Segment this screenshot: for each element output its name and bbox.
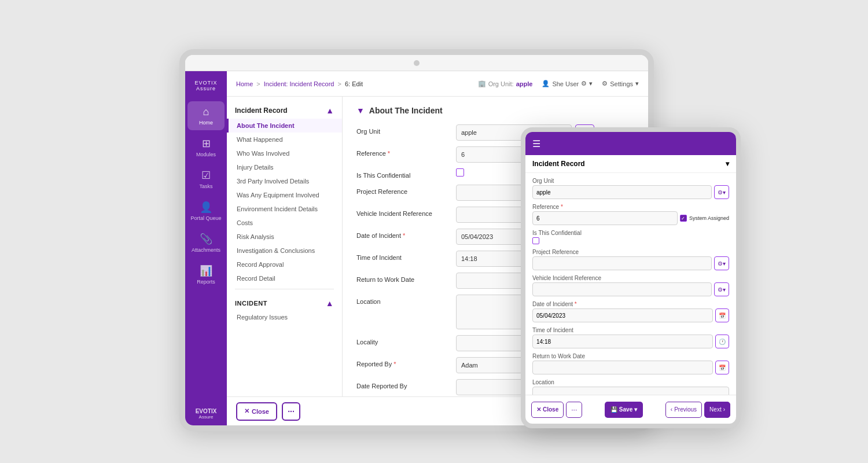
mobile-org-unit-row: Org Unit ⚙▾ bbox=[532, 178, 729, 199]
mobile-confidential-row: Is This Confidential bbox=[532, 230, 729, 244]
close-icon: ✕ bbox=[244, 407, 249, 415]
mobile-return-work-input[interactable] bbox=[532, 361, 713, 374]
side-panel-item-investigation[interactable]: Investigation & Conclusions bbox=[227, 244, 342, 258]
confidential-checkbox[interactable] bbox=[456, 168, 464, 177]
close-button[interactable]: ✕ Close bbox=[236, 402, 277, 421]
date-reported-input[interactable] bbox=[456, 379, 531, 395]
vehicle-reference-label: Vehicle Incident Reference bbox=[356, 207, 449, 217]
monitor-top-bar bbox=[185, 55, 648, 71]
mobile-return-work-control: 📅 bbox=[532, 361, 729, 374]
mobile-location-row: Location bbox=[532, 379, 729, 395]
side-panel-header: Incident Record ▲ bbox=[227, 102, 342, 119]
reference-input[interactable] bbox=[456, 146, 531, 163]
mobile-next-button[interactable]: Next › bbox=[704, 402, 730, 418]
mobile-vehicle-ref-control: ⚙▾ bbox=[532, 282, 729, 296]
side-panel-item-equipment[interactable]: Was Any Equipment Involved bbox=[227, 188, 342, 202]
mobile-org-unit-input[interactable] bbox=[532, 185, 712, 199]
sidebar-item-attachments[interactable]: 📎 Attachments bbox=[187, 228, 225, 258]
side-panel-item-record-detail[interactable]: Record Detail bbox=[227, 271, 342, 285]
date-incident-input[interactable] bbox=[456, 229, 531, 245]
reference-label: Reference * bbox=[356, 146, 449, 157]
mobile-date-incident-control: 📅 bbox=[532, 308, 729, 322]
breadcrumb: Home > Incident: Incident Record > 6: Ed… bbox=[236, 80, 473, 87]
return-work-input[interactable] bbox=[456, 273, 531, 289]
section2-collapse[interactable]: ▲ bbox=[326, 299, 334, 308]
mobile-time-incident-input[interactable] bbox=[532, 335, 713, 348]
mobile-project-ref-btn[interactable]: ⚙▾ bbox=[714, 256, 729, 270]
side-panel-item-about[interactable]: About The Incident bbox=[227, 119, 342, 133]
breadcrumb-sep1: > bbox=[256, 80, 260, 87]
side-panel-item-who-involved[interactable]: Who Was Involved bbox=[227, 146, 342, 160]
confidential-label: Is This Confidential bbox=[356, 168, 449, 179]
side-panel-item-3rd-party[interactable]: 3rd Party Involved Details bbox=[227, 174, 342, 188]
side-panel-section2: INCIDENT ▲ bbox=[227, 294, 342, 310]
collapse-button[interactable]: ▲ bbox=[326, 106, 334, 115]
section-title: About The Incident bbox=[369, 106, 443, 115]
side-panel-item-injury[interactable]: Injury Details bbox=[227, 160, 342, 174]
portal-queue-icon: 👤 bbox=[200, 201, 212, 214]
sidebar-item-home[interactable]: ⌂ Home bbox=[187, 101, 225, 130]
location-label: Location bbox=[356, 295, 449, 305]
breadcrumb-sep2: > bbox=[337, 80, 341, 87]
mobile-org-unit-btn[interactable]: ⚙▾ bbox=[714, 185, 729, 199]
breadcrumb-home[interactable]: Home bbox=[236, 80, 253, 87]
mobile-time-incident-btn[interactable]: 🕐 bbox=[715, 335, 729, 348]
logo: EVOTIX Assure bbox=[192, 76, 219, 97]
mobile-top-bar: ☰ bbox=[525, 132, 736, 155]
mobile-location-input[interactable] bbox=[532, 387, 729, 395]
mobile-return-work-row: Return to Work Date 📅 bbox=[532, 353, 729, 374]
mobile-date-incident-input[interactable] bbox=[532, 308, 713, 322]
time-incident-label: Time of Incident bbox=[356, 251, 449, 261]
mobile-vehicle-ref-input[interactable] bbox=[532, 282, 712, 296]
mobile-time-incident-control: 🕐 bbox=[532, 335, 729, 348]
mobile-nav-buttons: ‹ Previous Next › bbox=[665, 402, 730, 418]
mobile-project-ref-input[interactable] bbox=[532, 256, 712, 270]
mobile-project-ref-row: Project Reference ⚙▾ bbox=[532, 249, 729, 270]
mobile-return-work-btn[interactable]: 📅 bbox=[715, 361, 729, 374]
user-display[interactable]: 👤 She User ⚙ ▾ bbox=[542, 80, 593, 87]
side-panel: Incident Record ▲ About The Incident Wha… bbox=[227, 97, 343, 396]
date-incident-label: Date of Incident * bbox=[356, 229, 449, 239]
side-panel-item-regulatory[interactable]: Regulatory Issues bbox=[227, 310, 342, 324]
user-chevron: ▾ bbox=[589, 80, 593, 87]
mobile-vehicle-ref-btn[interactable]: ⚙▾ bbox=[714, 282, 729, 296]
mobile-reference-control: ✓ System Assigned bbox=[532, 211, 729, 225]
mobile-content: Incident Record ▾ Org Unit ⚙▾ Reference … bbox=[525, 155, 736, 395]
breadcrumb-incident[interactable]: Incident: Incident Record bbox=[264, 80, 334, 87]
side-panel-item-approval[interactable]: Record Approval bbox=[227, 258, 342, 271]
settings-icon: ⚙ bbox=[602, 80, 608, 87]
settings-display[interactable]: ⚙ Settings ▾ bbox=[602, 80, 639, 87]
locality-label: Locality bbox=[356, 335, 449, 346]
mobile-more-button[interactable]: ··· bbox=[566, 402, 582, 418]
mobile-project-ref-label: Project Reference bbox=[532, 249, 729, 255]
more-button[interactable]: ··· bbox=[282, 402, 300, 421]
side-panel-item-environment[interactable]: Environment Incident Details bbox=[227, 202, 342, 216]
time-incident-input[interactable] bbox=[456, 251, 531, 267]
sidebar-item-portal-queue[interactable]: 👤 Portal Queue bbox=[187, 196, 225, 226]
mobile-bottom-bar: ✕ Close ··· 💾 Save ▾ ‹ Previous Next › bbox=[525, 395, 736, 424]
top-bar-right: 🏢 Org Unit: apple 👤 She User ⚙ ▾ ⚙ Setti… bbox=[478, 80, 639, 87]
org-unit-icon: 🏢 bbox=[478, 80, 486, 87]
side-panel-item-risk[interactable]: Risk Analysis bbox=[227, 230, 342, 244]
mobile-date-incident-btn[interactable]: 📅 bbox=[715, 308, 729, 322]
tasks-icon: ☑ bbox=[201, 169, 211, 182]
side-panel-item-what-happened[interactable]: What Happened bbox=[227, 133, 342, 146]
sidebar-item-modules[interactable]: ⊞ Modules bbox=[187, 133, 225, 162]
mobile-system-assigned-checkbox[interactable]: ✓ bbox=[680, 215, 687, 222]
mobile-menu-icon[interactable]: ☰ bbox=[532, 138, 540, 149]
mobile-save-button[interactable]: 💾 Save ▾ bbox=[605, 402, 643, 418]
mobile-reference-input[interactable] bbox=[532, 211, 678, 225]
sidebar-item-reports[interactable]: 📊 Reports bbox=[187, 260, 225, 289]
side-panel-item-costs[interactable]: Costs bbox=[227, 216, 342, 230]
mobile-close-button[interactable]: ✕ Close bbox=[531, 402, 564, 418]
mobile-section-header[interactable]: Incident Record ▾ bbox=[525, 155, 736, 173]
mobile-prev-button[interactable]: ‹ Previous bbox=[665, 402, 702, 418]
next-icon: › bbox=[723, 406, 725, 413]
section-header[interactable]: ▼ About The Incident bbox=[356, 106, 634, 115]
mobile-confidential-checkbox[interactable] bbox=[532, 237, 539, 244]
sidebar-item-tasks[interactable]: ☑ Tasks bbox=[187, 164, 225, 194]
divider bbox=[235, 289, 334, 289]
date-reported-label: Date Reported By bbox=[356, 379, 449, 389]
mobile-vehicle-ref-label: Vehicle Incident Reference bbox=[532, 275, 729, 281]
user-label: She User bbox=[552, 80, 579, 87]
